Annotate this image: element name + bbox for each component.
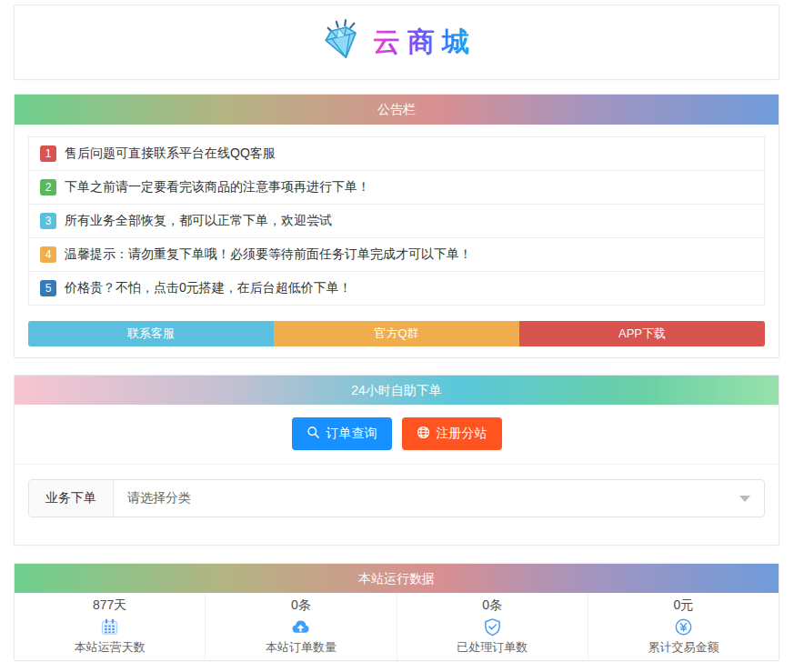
shield-check-icon bbox=[483, 617, 502, 637]
item-number-badge: 1 bbox=[40, 145, 56, 162]
stat-label: 已处理订单数 bbox=[457, 639, 528, 656]
site-title: 云商城 bbox=[373, 24, 477, 61]
announcement-text: 温馨提示：请勿重复下单哦！必须要等待前面任务订单完成才可以下单！ bbox=[65, 246, 472, 263]
announcement-text: 下单之前请一定要看完该商品的注意事项再进行下单！ bbox=[65, 179, 370, 196]
stat-value: 0条 bbox=[482, 597, 502, 614]
category-select-placeholder: 请选择分类 bbox=[127, 490, 191, 507]
announcement-item: 1 售后问题可直接联系平台在线QQ客服 bbox=[28, 136, 765, 171]
item-number-badge: 4 bbox=[40, 246, 56, 263]
item-number-badge: 5 bbox=[40, 280, 56, 296]
official-qq-group-button[interactable]: 官方Q群 bbox=[274, 321, 519, 346]
order-form-section: 业务下单 请选择分类 bbox=[15, 465, 779, 545]
announcement-text: 价格贵？不怕，点击0元搭建，在后台超低价下单！ bbox=[65, 280, 352, 296]
stat-order-count: 0条 本站订单数量 bbox=[205, 593, 396, 660]
announcement-item: 4 温馨提示：请勿重复下单哦！必须要等待前面任务订单完成才可以下单！ bbox=[28, 237, 765, 272]
cloud-upload-icon bbox=[291, 617, 310, 637]
contact-support-button[interactable]: 联系客服 bbox=[28, 321, 274, 346]
item-number-badge: 2 bbox=[40, 179, 56, 196]
announcement-card: 公告栏 1 售后问题可直接联系平台在线QQ客服 2 下单之前请一定要看完该商品的… bbox=[14, 94, 779, 358]
app-download-button[interactable]: APP下载 bbox=[519, 321, 765, 346]
self-order-card: 24小时自助下单 订单查询 注册分站 bbox=[14, 375, 779, 546]
stat-value: 877天 bbox=[93, 597, 126, 614]
stat-label: 本站运营天数 bbox=[75, 639, 146, 656]
register-substation-label: 注册分站 bbox=[437, 426, 487, 442]
stat-label: 本站订单数量 bbox=[266, 639, 337, 656]
stat-processed-orders: 0条 已处理订单数 bbox=[397, 593, 588, 660]
announcement-button-row: 联系客服 官方Q群 APP下载 bbox=[28, 321, 765, 346]
order-form-label: 业务下单 bbox=[29, 480, 114, 517]
register-substation-button[interactable]: 注册分站 bbox=[402, 417, 502, 450]
search-icon bbox=[307, 426, 320, 442]
announcement-text: 所有业务全部恢复，都可以正常下单，欢迎尝试 bbox=[65, 213, 332, 229]
announcement-item: 5 价格贵？不怕，点击0元搭建，在后台超低价下单！ bbox=[28, 271, 765, 306]
yen-circle-icon bbox=[674, 617, 693, 637]
stat-total-amount: 0元 累计交易金额 bbox=[588, 593, 779, 660]
stat-operating-days: 877天 本站运营天数 bbox=[15, 593, 205, 660]
announcement-header: 公告栏 bbox=[15, 95, 779, 125]
site-logo-card: 云商城 bbox=[14, 5, 779, 80]
order-query-button[interactable]: 订单查询 bbox=[292, 417, 392, 450]
category-input-group: 业务下单 请选择分类 bbox=[28, 479, 765, 517]
site-stats-header: 本站运行数据 bbox=[15, 564, 779, 593]
order-query-label: 订单查询 bbox=[327, 426, 377, 442]
announcement-item: 3 所有业务全部恢复，都可以正常下单，欢迎尝试 bbox=[28, 204, 765, 238]
diamond-icon bbox=[317, 16, 366, 69]
announcement-text: 售后问题可直接联系平台在线QQ客服 bbox=[65, 145, 276, 162]
site-stats-card: 本站运行数据 877天 本站运营天数 bbox=[14, 563, 779, 661]
announcement-item: 2 下单之前请一定要看完该商品的注意事项再进行下单！ bbox=[28, 170, 765, 205]
globe-icon bbox=[417, 426, 430, 442]
stat-value: 0元 bbox=[673, 597, 693, 614]
category-select[interactable]: 请选择分类 bbox=[114, 480, 764, 517]
stat-label: 累计交易金额 bbox=[648, 639, 719, 656]
announcement-list: 1 售后问题可直接联系平台在线QQ客服 2 下单之前请一定要看完该商品的注意事项… bbox=[28, 136, 765, 306]
page-container: 云商城 公告栏 1 售后问题可直接联系平台在线QQ客服 2 下单之前请一定要看完… bbox=[14, 0, 779, 661]
stat-value: 0条 bbox=[291, 597, 311, 614]
order-action-row: 订单查询 注册分站 bbox=[15, 405, 779, 465]
self-order-header: 24小时自助下单 bbox=[15, 376, 779, 405]
stats-row: 877天 本站运营天数 0条 bbox=[15, 593, 779, 660]
chevron-down-icon bbox=[739, 496, 750, 502]
item-number-badge: 3 bbox=[40, 213, 56, 229]
calendar-icon bbox=[100, 617, 119, 637]
